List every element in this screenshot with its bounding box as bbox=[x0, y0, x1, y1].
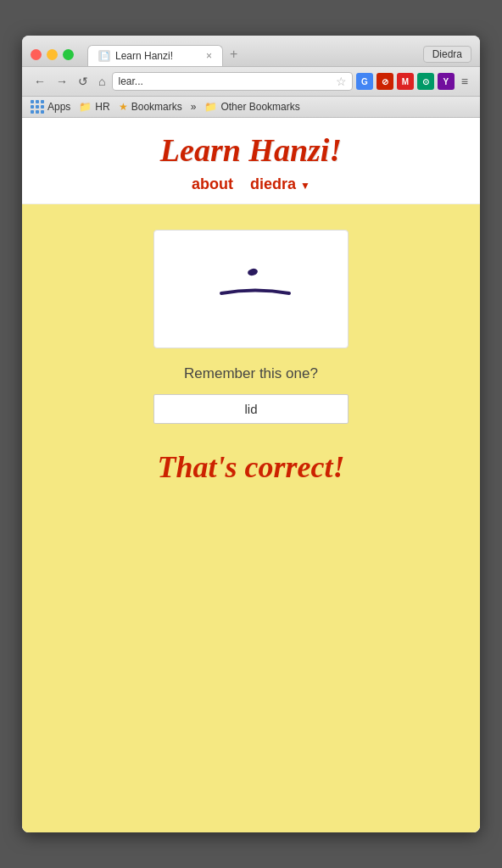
other-folder-icon: 📁 bbox=[204, 101, 217, 113]
bookmarks-apps[interactable]: Apps bbox=[31, 100, 70, 114]
svg-point-0 bbox=[247, 268, 259, 277]
more-label: » bbox=[191, 101, 197, 113]
tab-bar: 📄 Learn Hanzi! × + bbox=[87, 42, 416, 66]
nav-about[interactable]: about bbox=[192, 175, 233, 193]
site-title: Learn Hanzi! bbox=[22, 131, 480, 169]
extension-icons: G ⊘ M ⊙ Y bbox=[356, 73, 455, 90]
hr-label: HR bbox=[95, 101, 109, 113]
apps-label: Apps bbox=[47, 101, 70, 113]
gmail-ext-icon[interactable]: M bbox=[397, 73, 414, 90]
active-tab[interactable]: 📄 Learn Hanzi! × bbox=[87, 45, 223, 66]
character-card bbox=[153, 230, 349, 348]
answer-input[interactable] bbox=[153, 394, 349, 424]
address-bar[interactable]: lear... ☆ bbox=[112, 72, 352, 91]
adblock-ext-icon[interactable]: ⊘ bbox=[376, 73, 393, 90]
bookmark-star-icon[interactable]: ☆ bbox=[336, 75, 347, 88]
hanzi-character-svg bbox=[175, 247, 327, 331]
feedback-message: That's correct! bbox=[158, 449, 345, 485]
window-controls bbox=[31, 49, 74, 60]
minimize-button[interactable] bbox=[47, 49, 58, 60]
quiz-prompt: Remember this one? bbox=[184, 365, 318, 382]
address-text: lear... bbox=[118, 75, 332, 87]
bookmarks-hr[interactable]: 📁 HR bbox=[79, 101, 109, 113]
bookmarks-more[interactable]: » bbox=[191, 101, 197, 113]
page-content: Learn Hanzi! about diedra ▼ Remember thi… bbox=[22, 118, 480, 832]
site-header: Learn Hanzi! about diedra ▼ bbox=[22, 118, 480, 204]
bookmarks-bar: Apps 📁 HR ★ Bookmarks » 📁 Other Bookmark… bbox=[22, 97, 480, 118]
site-nav: about diedra ▼ bbox=[22, 175, 480, 193]
browser-window: 📄 Learn Hanzi! × + Diedra ← → ↺ ⌂ lear..… bbox=[22, 36, 480, 832]
circle-ext-icon[interactable]: ⊙ bbox=[417, 73, 434, 90]
tab-close-button[interactable]: × bbox=[206, 50, 212, 62]
maximize-button[interactable] bbox=[63, 49, 74, 60]
reload-button[interactable]: ↺ bbox=[75, 73, 92, 90]
main-area: Remember this one? That's correct! bbox=[22, 204, 480, 832]
title-bar: 📄 Learn Hanzi! × + Diedra bbox=[22, 36, 480, 67]
tab-favicon: 📄 bbox=[98, 50, 110, 62]
user-badge: Diedra bbox=[423, 46, 471, 63]
nav-bar: ← → ↺ ⌂ lear... ☆ G ⊘ M ⊙ Y ≡ bbox=[22, 67, 480, 97]
folder-icon: 📁 bbox=[79, 101, 92, 113]
yahoo-ext-icon[interactable]: Y bbox=[438, 73, 455, 90]
new-tab-button[interactable]: + bbox=[223, 42, 244, 66]
bookmarks-label: Bookmarks bbox=[131, 101, 182, 113]
bookmarks-bookmarks[interactable]: ★ Bookmarks bbox=[119, 101, 182, 113]
star-bookmark-icon: ★ bbox=[119, 101, 128, 113]
other-bookmarks-label: Other Bookmarks bbox=[220, 101, 299, 113]
nav-diedra[interactable]: diedra ▼ bbox=[250, 175, 310, 193]
apps-grid-icon bbox=[31, 100, 44, 114]
back-button[interactable]: ← bbox=[31, 73, 49, 90]
bookmarks-other[interactable]: 📁 Other Bookmarks bbox=[204, 101, 299, 113]
menu-button[interactable]: ≡ bbox=[458, 73, 471, 90]
tab-title: Learn Hanzi! bbox=[115, 50, 173, 62]
home-button[interactable]: ⌂ bbox=[95, 73, 109, 90]
google-ext-icon[interactable]: G bbox=[356, 73, 373, 90]
forward-button[interactable]: → bbox=[53, 73, 71, 90]
dropdown-arrow-icon: ▼ bbox=[300, 180, 310, 192]
close-button[interactable] bbox=[31, 49, 42, 60]
